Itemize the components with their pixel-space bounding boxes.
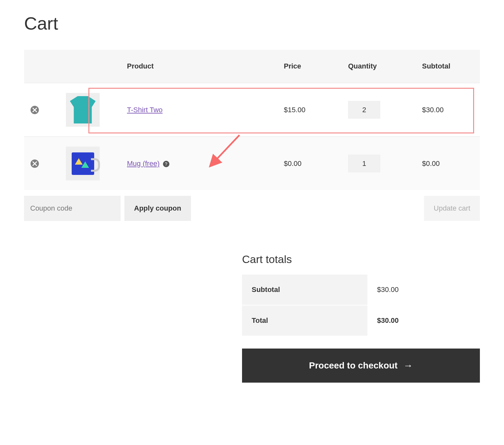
- table-row: Mug (free) ?$0.00$0.00: [24, 137, 480, 190]
- remove-item-button[interactable]: [31, 159, 39, 168]
- subtotal-value: $30.00: [367, 275, 480, 305]
- help-icon[interactable]: ?: [163, 161, 169, 167]
- cart-table: Product Price Quantity Subtotal T-Shirt …: [24, 50, 480, 190]
- cart-totals-heading: Cart totals: [242, 253, 480, 266]
- update-cart-button[interactable]: Update cart: [424, 196, 480, 221]
- price-cell: $0.00: [277, 137, 342, 190]
- subtotal-cell: $0.00: [416, 137, 480, 190]
- table-row: T-Shirt Two$15.00$30.00: [24, 83, 480, 137]
- close-icon: [32, 161, 37, 166]
- apply-coupon-button[interactable]: Apply coupon: [124, 196, 191, 221]
- tshirt-icon: [70, 96, 96, 123]
- col-product-header: Product: [121, 50, 277, 83]
- total-label: Total: [242, 305, 367, 336]
- coupon-code-input[interactable]: [24, 196, 121, 221]
- col-quantity-header: Quantity: [342, 50, 416, 83]
- proceed-to-checkout-button[interactable]: Proceed to checkout →: [242, 349, 480, 383]
- product-thumbnail[interactable]: [66, 93, 100, 127]
- price-cell: $15.00: [277, 83, 342, 137]
- remove-item-button[interactable]: [31, 106, 39, 114]
- product-thumbnail[interactable]: [66, 147, 100, 180]
- checkout-button-label: Proceed to checkout: [309, 360, 397, 371]
- cart-page: Cart Product Price Quantity Subtotal T-S…: [24, 13, 480, 383]
- cart-table-container: Product Price Quantity Subtotal T-Shirt …: [24, 50, 480, 190]
- total-value: $30.00: [367, 305, 480, 336]
- cart-totals-table: Subtotal $30.00 Total $30.00: [242, 275, 480, 336]
- page-title: Cart: [24, 13, 480, 34]
- product-name-link[interactable]: T-Shirt Two: [127, 106, 163, 114]
- subtotal-label: Subtotal: [242, 275, 367, 305]
- product-name-link[interactable]: Mug (free): [127, 159, 159, 168]
- arrow-right-icon: →: [403, 360, 413, 371]
- col-thumb-header: [59, 50, 121, 83]
- cart-totals: Cart totals Subtotal $30.00 Total $30.00…: [242, 253, 480, 383]
- col-price-header: Price: [277, 50, 342, 83]
- quantity-input[interactable]: [348, 155, 380, 172]
- close-icon: [32, 108, 37, 112]
- mug-icon: [72, 152, 94, 175]
- quantity-input[interactable]: [348, 101, 380, 119]
- col-remove-header: [24, 50, 59, 83]
- coupon-group: Apply coupon: [24, 196, 191, 221]
- cart-actions-row: Apply coupon Update cart: [24, 190, 480, 221]
- subtotal-cell: $30.00: [416, 83, 480, 137]
- col-subtotal-header: Subtotal: [416, 50, 480, 83]
